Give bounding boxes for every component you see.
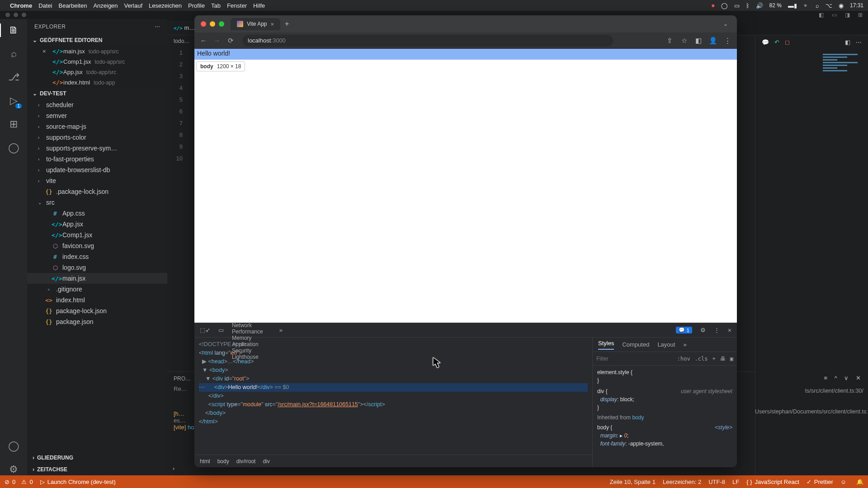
reload-icon[interactable]: ⟳ [226,37,235,45]
styles-filter-input[interactable] [596,356,623,362]
cls-toggle[interactable]: .cls [695,356,708,362]
device-icon[interactable]: ▭ [218,327,224,333]
open-editor-item[interactable]: </>App.jsx todo-app/src [27,67,167,77]
issues-badge[interactable]: 💬 1 [676,327,692,333]
settings-icon[interactable]: ⚙ [7,464,20,475]
kebab-icon[interactable]: ⋮ [714,327,720,333]
volume-icon[interactable]: 🔊 [756,2,763,9]
open-editors-section[interactable]: ⌄GEÖFFNETE EDITOREN [27,34,167,46]
folder-item[interactable]: ›semver [27,110,167,121]
box-model-icon[interactable]: ▣ [730,356,733,362]
clock[interactable]: 17:31 [850,2,863,9]
file-item[interactable]: {}.package-lock.json [27,186,167,197]
file-item[interactable]: ⬡favicon.svg [27,240,167,251]
folder-item[interactable]: ›supports-color [27,132,167,143]
hov-toggle[interactable]: :hov [677,356,690,362]
devtools-tab[interactable]: Performance [232,328,263,335]
file-item[interactable]: </>App.jsx [27,219,167,230]
status-prettier[interactable]: ✓ Prettier [807,479,833,485]
folder-item[interactable]: ›supports-preserve-sym… [27,143,167,154]
css-rules[interactable]: element.style { } div { user agent style… [593,366,737,450]
outline-section[interactable]: ›GLIEDERUNG [27,452,167,464]
menu-item[interactable]: Datei [38,2,52,9]
record-icon[interactable]: ■ [712,3,715,8]
status-encoding[interactable]: UTF-8 [708,479,725,485]
settings-icon[interactable]: ⚙ [700,327,706,333]
control-center-icon[interactable]: ⌥ [826,2,832,9]
status-errors[interactable]: ⊘ 0 ⚠ 0 [5,479,33,485]
close-icon[interactable]: × [728,327,731,334]
inspect-icon[interactable]: ⬚➶ [200,327,210,333]
more-icon[interactable]: ⋯ [856,39,862,46]
chat-icon[interactable]: 💬 [762,39,769,46]
file-item[interactable]: #index.css [27,251,167,262]
source-control-icon[interactable]: ⎇ [7,71,20,83]
close-tab-icon[interactable]: × [270,21,274,28]
folder-item[interactable]: ›update-browserslist-db [27,164,167,175]
status-spaces[interactable]: Leerzeichen: 2 [663,479,701,485]
back-icon[interactable]: ← [199,37,208,44]
file-item[interactable]: #App.css [27,208,167,219]
remote-icon[interactable]: ◯ [7,142,20,154]
folder-item[interactable]: ⌄src [27,197,167,208]
url-bar[interactable]: localhost:3000 [242,35,613,47]
menu-item[interactable]: Verlauf [124,2,142,9]
menu-item[interactable]: Tab [211,2,221,9]
open-editor-item[interactable]: ×</>main.jsx todo-app/src [27,46,167,56]
computed-toggle-icon[interactable]: 🖶 [720,356,726,362]
file-item[interactable]: <>index.html [27,295,167,305]
layout-icon[interactable]: ▭ [832,12,837,18]
revert-icon[interactable]: ↶ [774,39,779,46]
siri-icon[interactable]: ◉ [839,2,844,9]
bluetooth-icon[interactable]: ᛒ [746,2,750,9]
status-lang[interactable]: { } JavaScript React [746,479,799,485]
more-icon[interactable]: ⋯ [155,23,160,30]
bookmark-icon[interactable]: ☆ [679,37,689,45]
devtools-tab[interactable]: Network [232,322,263,328]
dom-breadcrumbs[interactable]: htmlbodydiv#rootdiv [194,455,592,467]
crumb[interactable]: div#root [236,458,256,465]
wifi-icon[interactable]: ᯤ [803,2,809,9]
terminal-tab[interactable]: PRO… [174,375,191,382]
explorer-icon[interactable]: 🗎 [7,24,20,36]
sync-icon[interactable]: ◯ [721,2,728,9]
menu-item[interactable]: Bearbeiten [58,2,87,9]
forward-icon[interactable]: → [212,37,222,44]
folder-item[interactable]: ›to-fast-properties [27,154,167,164]
crumb[interactable]: div [263,458,269,465]
split-icon[interactable]: ◧ [845,39,850,46]
account-icon[interactable]: ◯ [7,440,20,452]
window-maximize-icon[interactable] [219,21,224,27]
file-item[interactable]: </>Comp1.jsx [27,230,167,240]
workspace-section[interactable]: ⌄DEV-TEST [27,88,167,99]
layout-tab[interactable]: Layout [657,341,675,348]
menu-item[interactable]: Profile [188,2,205,9]
folder-item[interactable]: ›vite [27,175,167,186]
menu-item[interactable]: Anzeigen [93,2,118,9]
menu-icon[interactable]: ⋮ [722,37,732,45]
layout-icon[interactable]: ◨ [845,12,850,18]
browser-tab[interactable]: Vite App × [231,18,280,30]
computed-tab[interactable]: Computed [622,341,649,348]
extensions-icon[interactable]: ⊞ [7,118,20,130]
file-item[interactable]: ◦.gitignore [27,284,167,295]
profile-icon[interactable]: 👤 [708,37,718,45]
file-item[interactable]: </>main.jsx [27,273,167,284]
layout-icon[interactable]: ⊞ [858,12,863,18]
menu-item[interactable]: Fenster [227,2,247,9]
file-item[interactable]: ⬡logo.svg [27,262,167,273]
stop-icon[interactable]: ◻ [785,39,790,46]
menu-item[interactable]: Hilfe [253,2,265,9]
open-editor-item[interactable]: </>index.html todo-app [27,77,167,88]
search-icon[interactable]: ⌕ [816,2,819,9]
sidepanel-icon[interactable]: ◧ [693,37,703,45]
timeline-section[interactable]: ›ZEITACHSE [27,464,167,475]
bell-icon[interactable]: 🔔 [856,479,863,485]
more-tabs-icon[interactable]: » [683,341,686,348]
terminal-actions[interactable]: ≡ ^ ∨ ✕ [824,375,863,381]
minimap[interactable] [823,54,863,81]
new-tab-icon[interactable]: + [285,20,289,28]
close-icon[interactable]: × [42,48,49,55]
status-launch[interactable]: ▷ Launch Chrome (dev-test) [40,479,116,485]
crumb[interactable]: body [217,458,229,465]
